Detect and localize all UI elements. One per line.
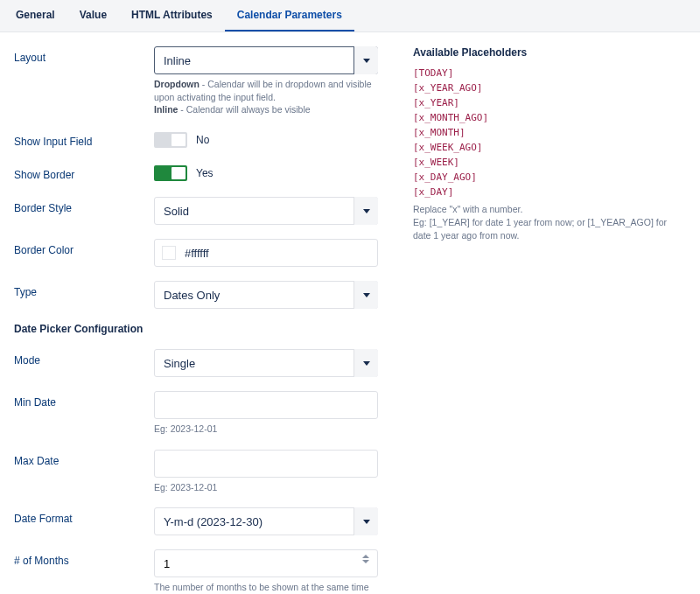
placeholders-title: Available Placeholders: [413, 46, 681, 59]
border-style-select[interactable]: Solid: [154, 197, 378, 225]
mode-value: Single: [164, 357, 195, 370]
mode-select[interactable]: Single: [154, 349, 378, 377]
label-show-border: Show Border: [14, 164, 154, 181]
placeholders-help: Replace "x" with a number. Eg: [1_YEAR] …: [413, 203, 681, 241]
border-color-text[interactable]: [183, 246, 377, 261]
layout-select-value: Inline: [164, 54, 191, 67]
placeholder-item: [x_WEEK_AGO]: [413, 140, 681, 155]
layout-help: Dropdown - Calendar will be in dropdown …: [154, 78, 378, 116]
label-border-style: Border Style: [14, 197, 154, 214]
placeholder-item: [x_DAY_AGO]: [413, 170, 681, 185]
placeholder-item: [TODAY]: [413, 66, 681, 80]
label-date-format: Date Format: [14, 507, 154, 525]
tab-html-attributes[interactable]: HTML Attributes: [119, 0, 225, 31]
toggle-show-input[interactable]: [154, 132, 187, 148]
chevron-down-icon: [354, 281, 378, 309]
label-layout: Layout: [14, 46, 154, 64]
date-format-select[interactable]: Y-m-d (2023-12-30): [154, 507, 378, 535]
placeholder-item: [x_WEEK]: [413, 155, 681, 170]
max-date-input[interactable]: [154, 450, 378, 478]
chevron-down-icon: [362, 560, 369, 563]
border-color-input[interactable]: [154, 239, 378, 267]
type-value: Dates Only: [164, 289, 220, 302]
chevron-up-icon: [362, 555, 369, 558]
toggle-show-border-label: Yes: [196, 167, 214, 179]
color-swatch: [162, 246, 176, 260]
num-months-help: The number of months to be shown at the …: [154, 581, 378, 594]
label-min-date: Min Date: [14, 391, 154, 409]
label-border-color: Border Color: [14, 239, 154, 256]
label-mode: Mode: [14, 349, 154, 367]
label-max-date: Max Date: [14, 450, 154, 467]
tab-value[interactable]: Value: [67, 0, 119, 31]
placeholder-item: [x_DAY]: [413, 185, 681, 199]
placeholder-item: [x_YEAR_AGO]: [413, 80, 681, 95]
chevron-down-icon: [354, 197, 378, 225]
layout-select[interactable]: Inline: [154, 46, 378, 74]
toggle-show-input-label: No: [196, 134, 209, 146]
chevron-down-icon: [354, 507, 378, 535]
num-months-input[interactable]: [154, 549, 378, 577]
max-date-help: Eg: 2023-12-01: [154, 481, 378, 494]
date-format-value: Y-m-d (2023-12-30): [164, 515, 262, 528]
section-date-picker: Date Picker Configuration: [14, 323, 392, 335]
min-date-help: Eg: 2023-12-01: [154, 423, 378, 436]
tabs-bar: General Value HTML Attributes Calendar P…: [0, 0, 700, 32]
toggle-show-border[interactable]: [154, 165, 187, 181]
chevron-down-icon: [354, 46, 378, 74]
label-num-months: # of Months: [14, 549, 154, 567]
chevron-down-icon: [354, 349, 378, 377]
label-type: Type: [14, 281, 154, 298]
placeholder-item: [x_YEAR]: [413, 95, 681, 110]
num-months-stepper[interactable]: [362, 555, 373, 563]
min-date-input[interactable]: [154, 391, 378, 419]
placeholder-item: [x_MONTH_AGO]: [413, 110, 681, 125]
type-select[interactable]: Dates Only: [154, 281, 378, 309]
tab-calendar-parameters[interactable]: Calendar Parameters: [225, 0, 354, 31]
label-show-input: Show Input Field: [14, 130, 154, 148]
placeholder-item: [x_MONTH]: [413, 125, 681, 140]
tab-general[interactable]: General: [4, 0, 67, 31]
border-style-value: Solid: [164, 205, 189, 218]
